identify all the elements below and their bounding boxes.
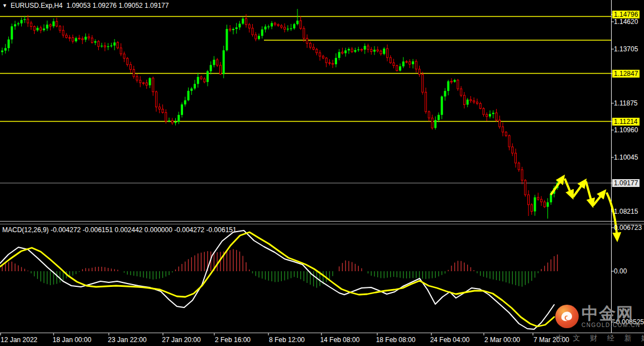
time-axis-label: 24 Feb 04:00: [430, 336, 470, 344]
price-axis-label: 1.11875: [614, 99, 638, 107]
time-axis-label: 23 Jan 22:00: [108, 336, 146, 344]
price-axis-label: 1.12847: [612, 70, 640, 78]
watermark: 中金网 CNGOLD.COM.CN 中 文 财 经 新 媒 体: [555, 304, 644, 329]
price-axis-label: 1.10045: [614, 153, 638, 161]
price-axis-label: 1.11214: [612, 118, 640, 126]
macd-indicator-label: MACD(12,26,9) -0.004272 -0.006151 0.0024…: [2, 226, 237, 234]
forecast-annotation[interactable]: [551, 176, 617, 240]
chart-window: ▼EURUSD.Exp,H4 1.09053 1.09276 1.09052 1…: [0, 0, 644, 346]
price-axis-label: 1.10960: [614, 126, 638, 134]
price-axis-label: 1.14620: [614, 18, 638, 26]
chevron-down-icon[interactable]: ▼: [2, 3, 7, 8]
forecast-arrow[interactable]: [607, 193, 617, 240]
time-axis-label: 27 Jan 20:00: [162, 336, 200, 344]
macd-series: [0, 230, 558, 329]
chart-canvas: [0, 0, 644, 346]
price-axis-label: 0.006723: [614, 224, 642, 232]
time-axis-label: 18 Jan 00:00: [52, 336, 91, 344]
time-axis-label: 12 Jan 2022: [1, 336, 37, 344]
price-axis-label: 1.13705: [614, 45, 638, 53]
time-axis-label: 2 Mar 00:00: [484, 336, 520, 344]
cngold-logo-icon: [555, 304, 579, 329]
time-axis-label: 2 Feb 16:00: [215, 336, 251, 344]
forecast-arrow[interactable]: [586, 181, 593, 206]
time-axis-label: 8 Feb 12:00: [269, 336, 305, 344]
price-axis-label: 1.08215: [614, 208, 638, 215]
watermark-brand: 中金网: [581, 305, 641, 322]
symbol-title: EURUSD.Exp,H4: [11, 2, 63, 9]
forecast-arrow[interactable]: [593, 191, 605, 205]
time-axis-label: 18 Feb 08:00: [376, 336, 416, 344]
watermark-domain: CNGOLD.COM.CN: [581, 322, 641, 328]
forecast-arrow[interactable]: [551, 176, 564, 195]
price-axis-label: 0.00: [614, 267, 627, 275]
price-axis-label: 1.09177: [612, 179, 640, 187]
chart-header: ▼EURUSD.Exp,H4 1.09053 1.09276 1.09052 1…: [2, 2, 169, 9]
price-axis-label: 1.14796: [612, 11, 640, 18]
watermark-tagline: 中 文 财 经 新 媒 体: [556, 333, 644, 343]
ohlc-quotes: 1.09053 1.09276 1.09052 1.09177: [66, 2, 169, 9]
time-axis-label: 14 Feb 08:00: [320, 336, 360, 344]
forecast-arrow[interactable]: [565, 179, 573, 198]
